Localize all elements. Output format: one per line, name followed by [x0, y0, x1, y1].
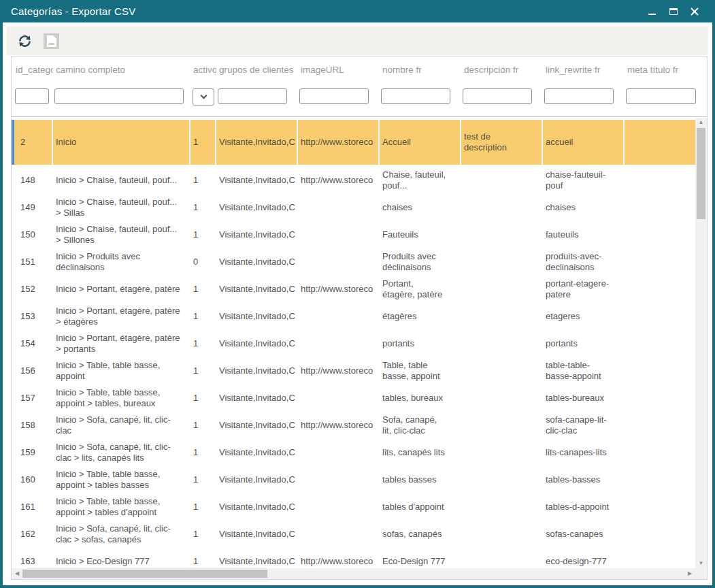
cell-nombre-fr: Chaise, fauteuil, pouf... [380, 167, 461, 194]
cell-meta-titulo-fr [625, 395, 695, 401]
table-row[interactable]: 158 Inicio > Sofa, canapé, lit, clic-cla… [12, 412, 695, 439]
table-row[interactable]: 149 Inicio > Chaise, fauteuil, pouf... >… [12, 194, 695, 221]
table-row[interactable]: 150 Inicio > Chaise, fauteuil, pouf... >… [12, 221, 695, 248]
filter-cell-link [543, 88, 625, 105]
horizontal-scrollbar[interactable]: ◀ ▶ [12, 568, 695, 579]
cell-nombre-fr: portants [380, 336, 461, 352]
titlebar: Categorías - Exportar CSV [0, 0, 715, 22]
cell-descripcion-fr [461, 287, 543, 292]
cell-imageurl [298, 205, 380, 210]
cell-id-categoria: 158 [12, 417, 53, 434]
column-header-meta[interactable]: meta título fr [625, 65, 707, 75]
filter-input-grupos[interactable] [218, 88, 287, 104]
filter-select-activo[interactable] [193, 88, 214, 105]
table-row[interactable]: 151 Inicio > Produits avec déclinaisons … [12, 248, 695, 276]
table-row[interactable]: 153 Inicio > Portant, étagère, patère > … [12, 303, 695, 330]
cell-activo: 0 [190, 254, 216, 270]
column-header-id[interactable]: id_categoria [12, 65, 53, 75]
cell-descripcion-fr [461, 341, 543, 346]
cell-activo: 1 [190, 120, 216, 165]
table-row[interactable]: 161 Inicio > Table, table basse, appoint… [12, 493, 695, 521]
cell-camino-completo: Inicio > Produits avec déclinaisons [53, 248, 190, 276]
cell-descripcion-fr [461, 504, 543, 510]
table-row[interactable]: 160 Inicio > Table, table basse, appoint… [12, 466, 695, 493]
table-row[interactable]: 156 Inicio > Table, table basse, appoint… [12, 357, 695, 385]
cell-meta-titulo-fr [625, 287, 695, 292]
scroll-down-arrow-icon[interactable]: ▼ [695, 559, 707, 568]
scroll-up-arrow-icon[interactable]: ▲ [695, 118, 707, 127]
cell-meta-titulo-fr [625, 532, 695, 537]
cell-meta-titulo-fr [625, 259, 695, 265]
cell-activo: 1 [190, 227, 216, 243]
cell-activo: 1 [190, 526, 216, 542]
cell-link-rewrite-fr: etageres [543, 308, 625, 325]
cell-descripcion-fr [461, 314, 543, 319]
scrollbar-corner [695, 568, 707, 579]
cell-descripcion-fr [461, 395, 543, 401]
chevron-down-icon [200, 93, 207, 99]
column-header-link[interactable]: link_rewrite fr [543, 65, 625, 75]
filter-cell-nombre [380, 88, 461, 105]
cell-activo: 1 [190, 390, 216, 406]
table-row[interactable]: 163 Inicio > Eco-Design 777 1 Visitante,… [12, 548, 695, 568]
cell-activo: 1 [190, 444, 216, 461]
cell-descripcion-fr [461, 450, 543, 455]
cell-link-rewrite-fr: sofa-canape-lit-clic-clac [543, 412, 625, 439]
column-header-camino[interactable]: camino completo [53, 65, 190, 75]
filter-input-id[interactable] [15, 88, 49, 104]
column-header-imageURL[interactable]: imageURL [298, 65, 380, 75]
cell-id-categoria: 153 [12, 308, 53, 325]
cell-link-rewrite-fr: fauteuils [543, 227, 625, 243]
cell-activo: 1 [190, 499, 216, 515]
cell-grupos-de-clientes: Visitante,Invitado,C [216, 444, 298, 461]
cell-activo: 1 [190, 336, 216, 352]
filter-input-descripcion[interactable] [463, 88, 532, 104]
column-header-descripcion[interactable]: descripción fr [461, 65, 543, 75]
filter-input-imageURL[interactable] [299, 88, 369, 104]
cell-nombre-fr: Produits avec déclinaisons [380, 248, 461, 276]
column-header-grupos[interactable]: grupos de clientes [216, 65, 298, 75]
cell-id-categoria: 152 [12, 281, 53, 297]
refresh-button[interactable] [17, 34, 33, 48]
table-row-selected[interactable]: 2 Inicio 1 Visitante,Invitado,C http://w… [12, 120, 695, 165]
cell-camino-completo: Inicio > Table, table basse, appoint > t… [53, 493, 190, 521]
table-row[interactable]: 157 Inicio > Table, table basse, appoint… [12, 385, 695, 412]
cell-nombre-fr: tables basses [380, 472, 461, 488]
cell-nombre-fr: chaises [380, 199, 461, 216]
table-row[interactable]: 154 Inicio > Portant, étagère, patère > … [12, 330, 695, 357]
table-row[interactable]: 152 Inicio > Portant, étagère, patère 1 … [12, 276, 695, 303]
cell-link-rewrite-fr: table-table-basse-appoint [543, 357, 625, 385]
scroll-left-arrow-icon[interactable]: ◀ [12, 568, 22, 579]
filter-cell-grupos [216, 88, 298, 105]
cell-imageurl [298, 232, 380, 238]
cell-camino-completo: Inicio > Table, table basse, appoint [53, 357, 190, 385]
vertical-scrollbar[interactable]: ▲ ▼ [695, 118, 707, 568]
column-header-activo[interactable]: activo [190, 65, 216, 75]
cell-meta-titulo-fr [625, 368, 695, 374]
close-button[interactable] [689, 6, 700, 17]
vertical-scrollbar-thumb[interactable] [697, 128, 705, 219]
scroll-right-arrow-icon[interactable]: ▶ [684, 568, 695, 579]
cell-activo: 1 [190, 472, 216, 488]
horizontal-scrollbar-thumb[interactable] [22, 570, 267, 578]
export-csv-button[interactable]: csv [44, 33, 59, 49]
cell-link-rewrite-fr: produits-avec-declinaisons [543, 248, 625, 276]
cell-grupos-de-clientes: Visitante,Invitado,C [216, 553, 298, 568]
filter-input-meta[interactable] [626, 88, 696, 104]
cell-imageurl [298, 259, 380, 265]
table-row[interactable]: 162 Inicio > Sofa, canapé, lit, clic-cla… [12, 521, 695, 548]
filter-input-camino[interactable] [54, 88, 184, 104]
app-window: Categorías - Exportar CSV csv [0, 0, 715, 588]
cell-meta-titulo-fr [625, 232, 695, 238]
table-row[interactable]: 159 Inicio > Sofa, canapé, lit, clic-cla… [12, 439, 695, 466]
cell-nombre-fr: Table, table basse, appoint [380, 357, 461, 385]
cell-camino-completo: Inicio > Eco-Design 777 [53, 553, 190, 568]
filter-input-nombre[interactable] [381, 88, 450, 104]
column-header-nombre[interactable]: nombre fr [380, 65, 461, 75]
maximize-button[interactable] [668, 6, 679, 17]
cell-activo: 1 [190, 553, 216, 568]
filter-input-link[interactable] [544, 88, 614, 104]
minimize-button[interactable] [647, 6, 658, 17]
cell-link-rewrite-fr: chaises [543, 199, 625, 216]
table-row[interactable]: 148 Inicio > Chaise, fauteuil, pouf... 1… [12, 167, 695, 194]
